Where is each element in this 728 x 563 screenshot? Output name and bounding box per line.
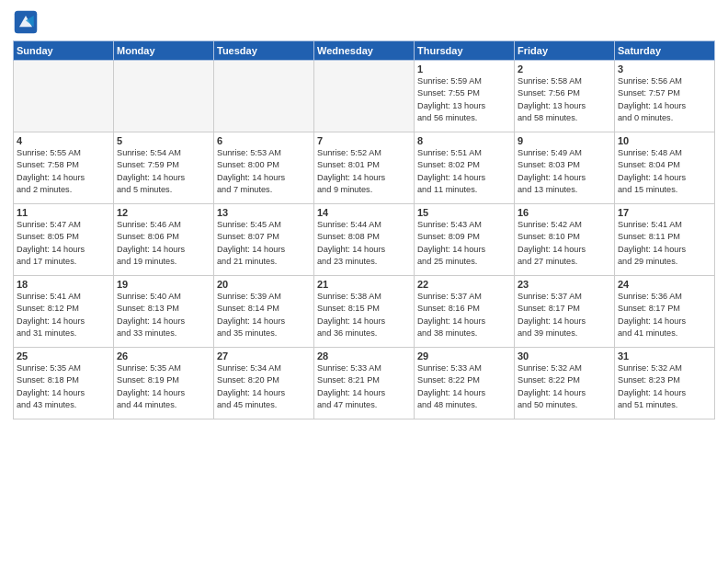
day-number: 25 (17, 350, 110, 362)
day-number: 21 (317, 279, 411, 290)
day-info: Sunrise: 5:32 AMSunset: 8:23 PMDaylight:… (618, 362, 711, 411)
day-number: 1 (417, 63, 511, 75)
day-number: 20 (217, 279, 311, 290)
calendar-cell: 14Sunrise: 5:44 AMSunset: 8:08 PMDayligh… (314, 204, 415, 276)
logo-icon (13, 9, 39, 35)
calendar-cell (214, 61, 314, 132)
day-number: 22 (417, 279, 511, 290)
day-info: Sunrise: 5:56 AMSunset: 7:57 PMDaylight:… (618, 75, 711, 124)
day-info: Sunrise: 5:48 AMSunset: 8:04 PMDaylight:… (618, 147, 711, 196)
day-info: Sunrise: 5:55 AMSunset: 7:58 PMDaylight:… (17, 147, 110, 196)
calendar-header-thursday: Thursday (415, 41, 515, 61)
day-info: Sunrise: 5:39 AMSunset: 8:14 PMDaylight:… (217, 291, 311, 339)
day-info: Sunrise: 5:46 AMSunset: 8:06 PMDaylight:… (117, 219, 210, 268)
day-number: 23 (518, 279, 611, 290)
day-number: 27 (217, 350, 311, 362)
calendar-cell: 8Sunrise: 5:51 AMSunset: 8:02 PMDaylight… (415, 132, 515, 204)
calendar-week-2: 4Sunrise: 5:55 AMSunset: 7:58 PMDaylight… (14, 132, 715, 204)
calendar-cell: 21Sunrise: 5:38 AMSunset: 8:15 PMDayligh… (314, 276, 415, 348)
calendar-cell: 22Sunrise: 5:37 AMSunset: 8:16 PMDayligh… (415, 276, 515, 348)
calendar-cell (114, 61, 214, 132)
day-info: Sunrise: 5:59 AMSunset: 7:55 PMDaylight:… (417, 75, 511, 124)
calendar-cell: 18Sunrise: 5:41 AMSunset: 8:12 PMDayligh… (14, 276, 114, 348)
day-info: Sunrise: 5:37 AMSunset: 8:17 PMDaylight:… (518, 291, 611, 339)
day-info: Sunrise: 5:41 AMSunset: 8:11 PMDaylight:… (618, 219, 711, 268)
calendar-week-3: 11Sunrise: 5:47 AMSunset: 8:05 PMDayligh… (14, 204, 715, 276)
calendar-cell: 29Sunrise: 5:33 AMSunset: 8:22 PMDayligh… (415, 348, 515, 419)
calendar-cell: 3Sunrise: 5:56 AMSunset: 7:57 PMDaylight… (615, 61, 715, 132)
calendar-header-monday: Monday (114, 41, 214, 61)
day-info: Sunrise: 5:36 AMSunset: 8:17 PMDaylight:… (618, 291, 711, 339)
calendar-cell: 16Sunrise: 5:42 AMSunset: 8:10 PMDayligh… (515, 204, 615, 276)
calendar-cell: 9Sunrise: 5:49 AMSunset: 8:03 PMDaylight… (515, 132, 615, 204)
day-number: 10 (618, 135, 711, 146)
day-info: Sunrise: 5:52 AMSunset: 8:01 PMDaylight:… (317, 147, 411, 196)
calendar-week-1: 1Sunrise: 5:59 AMSunset: 7:55 PMDaylight… (14, 61, 715, 132)
day-number: 30 (518, 350, 611, 362)
calendar-cell: 12Sunrise: 5:46 AMSunset: 8:06 PMDayligh… (114, 204, 214, 276)
day-info: Sunrise: 5:40 AMSunset: 8:13 PMDaylight:… (117, 291, 210, 339)
day-info: Sunrise: 5:47 AMSunset: 8:05 PMDaylight:… (17, 219, 110, 268)
calendar-table: SundayMondayTuesdayWednesdayThursdayFrid… (13, 40, 715, 419)
calendar-cell: 17Sunrise: 5:41 AMSunset: 8:11 PMDayligh… (615, 204, 715, 276)
day-number: 3 (618, 63, 711, 75)
calendar-cell: 7Sunrise: 5:52 AMSunset: 8:01 PMDaylight… (314, 132, 415, 204)
day-info: Sunrise: 5:54 AMSunset: 7:59 PMDaylight:… (117, 147, 210, 196)
day-number: 26 (117, 350, 210, 362)
day-number: 12 (117, 207, 210, 218)
calendar-header-tuesday: Tuesday (214, 41, 314, 61)
day-number: 31 (618, 350, 711, 362)
day-info: Sunrise: 5:53 AMSunset: 8:00 PMDaylight:… (217, 147, 311, 196)
day-number: 4 (17, 135, 110, 146)
day-info: Sunrise: 5:32 AMSunset: 8:22 PMDaylight:… (518, 362, 611, 411)
calendar-header-row: SundayMondayTuesdayWednesdayThursdayFrid… (14, 41, 715, 61)
day-number: 9 (518, 135, 611, 146)
day-info: Sunrise: 5:35 AMSunset: 8:18 PMDaylight:… (17, 362, 110, 411)
calendar-cell: 13Sunrise: 5:45 AMSunset: 8:07 PMDayligh… (214, 204, 314, 276)
day-number: 14 (317, 207, 411, 218)
day-number: 8 (417, 135, 511, 146)
logo (13, 9, 42, 35)
calendar-cell: 26Sunrise: 5:35 AMSunset: 8:19 PMDayligh… (114, 348, 214, 419)
calendar-header-wednesday: Wednesday (314, 41, 415, 61)
calendar-cell: 23Sunrise: 5:37 AMSunset: 8:17 PMDayligh… (515, 276, 615, 348)
calendar-cell (314, 61, 415, 132)
calendar-cell: 6Sunrise: 5:53 AMSunset: 8:00 PMDaylight… (214, 132, 314, 204)
day-info: Sunrise: 5:35 AMSunset: 8:19 PMDaylight:… (117, 362, 210, 411)
day-number: 13 (217, 207, 311, 218)
calendar-cell: 10Sunrise: 5:48 AMSunset: 8:04 PMDayligh… (615, 132, 715, 204)
calendar-cell: 2Sunrise: 5:58 AMSunset: 7:56 PMDaylight… (515, 61, 615, 132)
calendar-cell: 1Sunrise: 5:59 AMSunset: 7:55 PMDaylight… (415, 61, 515, 132)
day-number: 18 (17, 279, 110, 290)
calendar-cell: 24Sunrise: 5:36 AMSunset: 8:17 PMDayligh… (615, 276, 715, 348)
day-info: Sunrise: 5:45 AMSunset: 8:07 PMDaylight:… (217, 219, 311, 268)
day-info: Sunrise: 5:42 AMSunset: 8:10 PMDaylight:… (518, 219, 611, 268)
calendar-week-5: 25Sunrise: 5:35 AMSunset: 8:18 PMDayligh… (14, 348, 715, 419)
day-info: Sunrise: 5:33 AMSunset: 8:21 PMDaylight:… (317, 362, 411, 411)
day-info: Sunrise: 5:33 AMSunset: 8:22 PMDaylight:… (417, 362, 511, 411)
day-number: 15 (417, 207, 511, 218)
day-number: 6 (217, 135, 311, 146)
calendar-cell: 31Sunrise: 5:32 AMSunset: 8:23 PMDayligh… (615, 348, 715, 419)
calendar-cell: 15Sunrise: 5:43 AMSunset: 8:09 PMDayligh… (415, 204, 515, 276)
calendar-cell: 19Sunrise: 5:40 AMSunset: 8:13 PMDayligh… (114, 276, 214, 348)
day-number: 2 (518, 63, 611, 75)
calendar-cell: 11Sunrise: 5:47 AMSunset: 8:05 PMDayligh… (14, 204, 114, 276)
day-number: 5 (117, 135, 210, 146)
calendar-cell (14, 61, 114, 132)
day-info: Sunrise: 5:44 AMSunset: 8:08 PMDaylight:… (317, 219, 411, 268)
day-info: Sunrise: 5:58 AMSunset: 7:56 PMDaylight:… (518, 75, 611, 124)
day-info: Sunrise: 5:49 AMSunset: 8:03 PMDaylight:… (518, 147, 611, 196)
day-info: Sunrise: 5:34 AMSunset: 8:20 PMDaylight:… (217, 362, 311, 411)
calendar-week-4: 18Sunrise: 5:41 AMSunset: 8:12 PMDayligh… (14, 276, 715, 348)
day-number: 11 (17, 207, 110, 218)
calendar-cell: 4Sunrise: 5:55 AMSunset: 7:58 PMDaylight… (14, 132, 114, 204)
day-info: Sunrise: 5:43 AMSunset: 8:09 PMDaylight:… (417, 219, 511, 268)
page-header (13, 9, 715, 35)
day-number: 28 (317, 350, 411, 362)
calendar-cell: 28Sunrise: 5:33 AMSunset: 8:21 PMDayligh… (314, 348, 415, 419)
calendar-header-sunday: Sunday (14, 41, 114, 61)
calendar-header-saturday: Saturday (615, 41, 715, 61)
calendar-cell: 30Sunrise: 5:32 AMSunset: 8:22 PMDayligh… (515, 348, 615, 419)
day-number: 7 (317, 135, 411, 146)
